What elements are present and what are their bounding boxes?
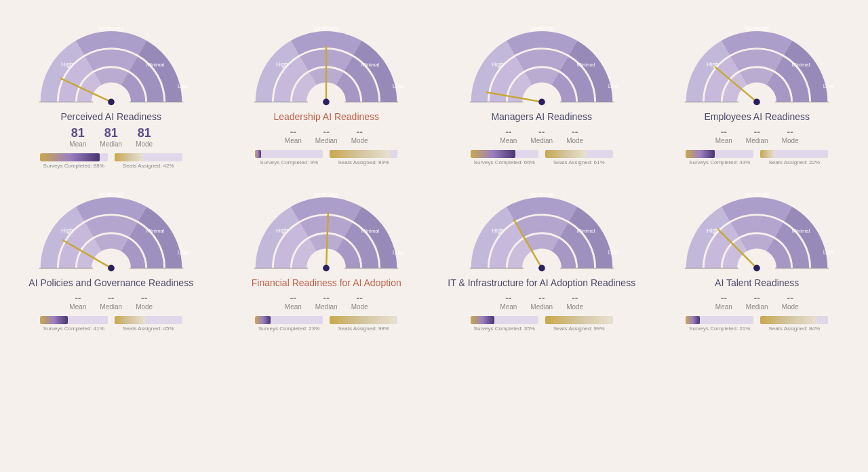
stat-label: Median	[530, 137, 553, 144]
surveys-bar-fill	[255, 316, 271, 324]
svg-text:High: High	[707, 227, 719, 234]
seats-bar-label: Seats Assigned: 22%	[768, 159, 820, 165]
stat-item-perceived: 81Median	[100, 126, 122, 148]
stat-item-employees: --Median	[746, 126, 768, 144]
seats-bar-label: Seats Assigned: 45%	[123, 326, 174, 332]
surveys-bar-label: Surveys Completed: 41%	[43, 326, 104, 332]
bars-talent: Surveys Completed: 21%Seats Assigned: 84…	[655, 316, 860, 332]
svg-text:Low: Low	[608, 83, 620, 90]
card-policies: LowMinimalModerateHighAI Policies and Go…	[3, 173, 219, 339]
seats-bar-fill	[330, 316, 396, 324]
stat-value: 81	[104, 126, 118, 140]
stat-value: --	[787, 126, 793, 137]
svg-text:Minimal: Minimal	[361, 62, 380, 68]
svg-point-59	[753, 265, 760, 272]
svg-text:High: High	[707, 61, 719, 68]
surveys-bar-fill	[686, 316, 700, 324]
stat-item-perceived: 81Mode	[136, 126, 153, 148]
stat-label: Mode	[566, 137, 583, 144]
stat-value: --	[505, 126, 511, 137]
gauge-perceived: LowMinimalModerateHigh	[23, 14, 199, 109]
title-talent: AI Talent Readiness	[715, 277, 799, 288]
dashboard: LowMinimalModerateHighPerceived AI Readi…	[0, 0, 868, 346]
title-perceived: Perceived AI Readiness	[60, 111, 161, 122]
seats-bar-group: Seats Assigned: 22%	[760, 150, 828, 165]
seats-bar-fill	[115, 316, 145, 324]
stat-item-it: --Mean	[500, 292, 517, 311]
svg-text:Moderate: Moderate	[98, 191, 123, 198]
stat-value: --	[357, 292, 363, 303]
surveys-bar-group: Surveys Completed: 9%	[255, 150, 323, 165]
stats-perceived: 81Mean81Median81Mode	[69, 126, 153, 148]
svg-point-3	[108, 99, 115, 106]
stats-policies: --Mean--Median--Mode	[69, 292, 153, 311]
title-financial: Financial Readiness for AI Adoption	[252, 277, 401, 288]
stat-item-employees: --Mode	[782, 126, 799, 144]
stat-item-leadership: --Mode	[351, 126, 368, 144]
stat-item-leadership: --Mean	[285, 126, 302, 144]
seats-bar-label: Seats Assigned: 61%	[553, 159, 605, 165]
svg-text:Low: Low	[393, 249, 404, 256]
bars-financial: Surveys Completed: 23%Seats Assigned: 98…	[224, 316, 429, 332]
svg-text:High: High	[276, 61, 288, 68]
surveys-bar-fill	[471, 316, 494, 324]
stat-label: Mode	[782, 303, 799, 311]
svg-text:Low: Low	[393, 83, 404, 90]
stat-label: Mode	[351, 137, 368, 144]
card-financial: LowMinimalModerateHighFinancial Readines…	[219, 173, 435, 339]
svg-point-43	[323, 265, 330, 272]
svg-text:Minimal: Minimal	[792, 62, 810, 68]
seats-bar-group: Seats Assigned: 45%	[115, 316, 182, 332]
stat-label: Mean	[715, 137, 732, 144]
surveys-bar-fill	[40, 316, 68, 324]
svg-text:Moderate: Moderate	[314, 191, 339, 198]
stat-label: Median	[315, 303, 338, 311]
svg-point-35	[108, 265, 115, 272]
stat-value: --	[323, 126, 330, 137]
surveys-bar-fill	[686, 150, 715, 158]
svg-text:Low: Low	[178, 83, 189, 90]
gauge-financial: LowMinimalModerateHigh	[238, 180, 414, 275]
title-it: IT & Infrastructure for AI Adoption Read…	[448, 277, 635, 288]
stat-item-it: --Mode	[566, 292, 583, 311]
stat-item-managers: --Mode	[566, 126, 583, 144]
surveys-bar-track	[471, 316, 538, 324]
svg-text:High: High	[61, 227, 73, 234]
stats-employees: --Mean--Median--Mode	[715, 126, 799, 144]
surveys-bar-label: Surveys Completed: 21%	[689, 326, 750, 332]
stat-value: --	[721, 292, 727, 303]
surveys-bar-track	[255, 150, 323, 158]
stats-talent: --Mean--Median--Mode	[715, 292, 799, 311]
stat-value: --	[141, 292, 147, 303]
seats-bar-track	[545, 150, 613, 158]
surveys-bar-track	[40, 316, 108, 324]
bars-managers: Surveys Completed: 66%Seats Assigned: 61…	[439, 150, 644, 165]
seats-bar-fill	[115, 153, 143, 161]
bars-policies: Surveys Completed: 41%Seats Assigned: 45…	[9, 316, 214, 332]
stat-label: Mode	[782, 137, 799, 144]
stat-label: Mode	[136, 140, 153, 148]
stat-label: Mode	[566, 303, 583, 311]
surveys-bar-track	[686, 316, 753, 324]
surveys-bar-track	[686, 150, 753, 158]
seats-bar-label: Seats Assigned: 89%	[338, 159, 389, 165]
surveys-bar-group: Surveys Completed: 41%	[40, 316, 108, 332]
svg-text:Minimal: Minimal	[577, 228, 595, 234]
bars-employees: Surveys Completed: 43%Seats Assigned: 22…	[655, 150, 860, 165]
svg-point-51	[538, 265, 545, 272]
stat-value: --	[538, 126, 545, 137]
stats-leadership: --Mean--Median--Mode	[285, 126, 368, 144]
card-leadership: LowMinimalModerateHighLeadership AI Read…	[219, 7, 435, 173]
bars-leadership: Surveys Completed: 9%Seats Assigned: 89%	[224, 150, 429, 165]
svg-text:Minimal: Minimal	[792, 228, 810, 234]
title-leadership: Leadership AI Readiness	[273, 111, 379, 122]
stat-label: Mean	[69, 303, 86, 311]
surveys-bar-track	[471, 150, 538, 158]
svg-text:Low: Low	[608, 249, 620, 256]
gauge-it: LowMinimalModerateHigh	[454, 180, 630, 275]
stat-label: Mean	[285, 137, 302, 144]
stat-label: Mean	[500, 137, 517, 144]
surveys-bar-group: Surveys Completed: 35%	[471, 316, 538, 332]
seats-bar-group: Seats Assigned: 99%	[545, 316, 613, 332]
bars-perceived: Surveys Completed: 88%Seats Assigned: 42…	[9, 153, 214, 169]
